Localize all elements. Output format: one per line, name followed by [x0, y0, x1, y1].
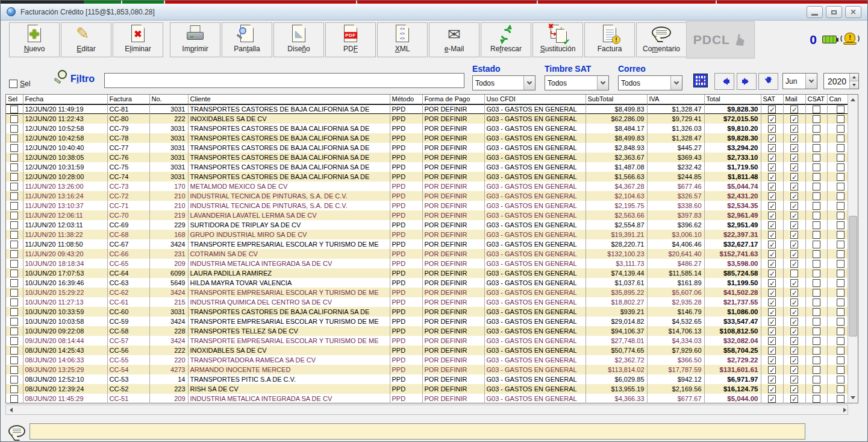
mail-checkbox[interactable]	[790, 337, 798, 345]
csat-checkbox[interactable]	[813, 289, 820, 297]
table-row[interactable]: 11/JUN/20 13:16:24CC-72210INDUSTRIAL TEC…	[6, 191, 854, 201]
csat-checkbox[interactable]	[813, 279, 820, 287]
sat-checkbox[interactable]	[768, 144, 776, 152]
csat-checkbox[interactable]	[813, 163, 820, 171]
sat-checkbox[interactable]	[768, 327, 776, 335]
csat-checkbox[interactable]	[813, 356, 820, 364]
csat-checkbox[interactable]	[813, 298, 820, 306]
can-checkbox[interactable]	[837, 356, 845, 364]
mail-checkbox[interactable]	[790, 376, 798, 384]
row-select-checkbox[interactable]	[10, 231, 18, 239]
comment-field[interactable]	[30, 423, 805, 440]
email-button[interactable]: ✉e-Mail	[429, 22, 479, 57]
year-up-button[interactable]	[850, 74, 858, 81]
row-select-checkbox[interactable]	[10, 347, 18, 355]
refrescar-button[interactable]: Refrescar	[481, 22, 531, 57]
csat-checkbox[interactable]	[813, 231, 820, 239]
row-select-checkbox[interactable]	[10, 318, 18, 326]
chevron-down-icon[interactable]	[523, 76, 535, 90]
table-row[interactable]: 11/JUN/20 12:06:11CC-70219LAVANDERIA LAV…	[6, 210, 854, 220]
sustitucion-button[interactable]: ✖↪✔Sustitución	[532, 22, 583, 57]
can-checkbox[interactable]	[837, 134, 845, 142]
col-header-metodo[interactable]: Método	[390, 95, 422, 104]
col-header-subtotal[interactable]: SubTotal	[585, 95, 647, 104]
row-select-checkbox[interactable]	[10, 366, 18, 374]
table-row[interactable]: 08/JUN/20 13:25:29CC-544273ARMANDO INOCE…	[6, 365, 854, 374]
sat-checkbox[interactable]	[768, 221, 776, 229]
table-row[interactable]: 11/JUN/20 09:43:20CC-66231COTRAMIN SA DE…	[6, 249, 854, 259]
sat-checkbox[interactable]	[768, 134, 776, 142]
col-header-cliente[interactable]: Cliente	[188, 95, 390, 104]
can-checkbox[interactable]	[837, 154, 845, 162]
sat-checkbox[interactable]	[768, 241, 776, 248]
nuevo-button[interactable]: Nuevo	[9, 22, 60, 57]
mail-checkbox[interactable]	[790, 231, 798, 239]
csat-checkbox[interactable]	[813, 192, 820, 200]
can-checkbox[interactable]	[837, 144, 845, 152]
row-select-checkbox[interactable]	[10, 250, 18, 258]
row-select-checkbox[interactable]	[10, 106, 18, 113]
mail-checkbox[interactable]	[790, 327, 798, 335]
sat-checkbox[interactable]	[768, 125, 776, 133]
col-header-mail[interactable]: Mail	[783, 95, 805, 104]
row-select-checkbox[interactable]	[10, 298, 18, 306]
row-select-checkbox[interactable]	[10, 385, 18, 393]
row-select-checkbox[interactable]	[10, 395, 18, 403]
table-row[interactable]: 08/JUN/20 11:45:29CC-51209INDUSTRIA META…	[6, 394, 854, 403]
mail-checkbox[interactable]	[790, 183, 798, 191]
csat-checkbox[interactable]	[813, 212, 820, 219]
comentario-button[interactable]: Comentario	[636, 22, 687, 57]
sat-checkbox[interactable]	[768, 270, 776, 277]
table-row[interactable]: 10/JUN/20 11:27:13CC-61215INDUSTRIA QUIM…	[6, 297, 854, 307]
vertical-scrollbar-thumb[interactable]	[849, 216, 857, 336]
mail-checkbox[interactable]	[790, 173, 798, 181]
row-select-checkbox[interactable]	[10, 260, 18, 268]
col-header-sat[interactable]: SAT	[761, 95, 783, 104]
col-header-total[interactable]: Total	[704, 95, 761, 104]
table-row[interactable]: 10/JUN/20 10:33:59CC-603031TRANSPORTES C…	[6, 307, 854, 317]
col-header-factura[interactable]: Factura	[107, 95, 149, 104]
csat-checkbox[interactable]	[813, 318, 820, 326]
row-select-checkbox[interactable]	[10, 376, 18, 384]
can-checkbox[interactable]	[837, 337, 845, 345]
mail-checkbox[interactable]	[790, 212, 798, 219]
row-select-checkbox[interactable]	[10, 308, 18, 316]
horizontal-scrollbar[interactable]	[5, 405, 848, 415]
row-select-checkbox[interactable]	[10, 134, 18, 142]
csat-checkbox[interactable]	[813, 395, 820, 403]
row-select-checkbox[interactable]	[10, 125, 18, 133]
table-row[interactable]: 10/JUN/20 10:03:58CC-593424TRANSPORTE EM…	[6, 317, 854, 326]
csat-checkbox[interactable]	[813, 202, 820, 210]
table-row[interactable]: 11/JUN/20 11:38:22CC-68168GRUPO INDUSTRI…	[6, 230, 854, 239]
table-row[interactable]: 10/JUN/20 18:18:34CC-65209INDUSTRIA META…	[6, 259, 854, 268]
row-select-checkbox[interactable]	[10, 115, 18, 123]
table-row[interactable]: 12/JUN/20 10:42:58CC-783031TRANSPORTES C…	[6, 133, 854, 143]
year-spinner[interactable]: 2020	[823, 73, 859, 89]
table-row[interactable]: 11/JUN/20 13:26:00CC-73170METALMOD MEXIC…	[6, 182, 854, 191]
table-row[interactable]: 08/JUN/20 12:52:10CC-5314TRANSPORTES PIT…	[6, 374, 854, 384]
imprimir-button[interactable]: Imprimir	[170, 22, 220, 57]
mail-checkbox[interactable]	[790, 366, 798, 374]
row-select-checkbox[interactable]	[10, 163, 18, 171]
sat-checkbox[interactable]	[768, 337, 776, 345]
table-row[interactable]: 10/JUN/20 16:39:46CC-635649HILDA MAYRA T…	[6, 278, 854, 288]
table-row[interactable]: 11/JUN/20 11:08:50CC-673424TRANSPORTE EM…	[6, 239, 854, 249]
table-row[interactable]: 12/JUN/20 11:49:19CC-813031TRANSPORTES C…	[6, 104, 854, 115]
table-row[interactable]: 08/JUN/20 12:39:24CC-52223RISH SA DE CVP…	[6, 384, 854, 394]
csat-checkbox[interactable]	[813, 134, 820, 142]
sat-checkbox[interactable]	[768, 366, 776, 374]
mail-checkbox[interactable]	[790, 279, 798, 287]
sat-checkbox[interactable]	[768, 318, 776, 326]
table-row[interactable]: 10/JUN/20 17:07:53CC-646099LAURA PADILLA…	[6, 268, 854, 278]
row-select-checkbox[interactable]	[10, 327, 18, 335]
mail-checkbox[interactable]	[790, 115, 798, 123]
diseno-button[interactable]: ◣Diseño	[273, 22, 324, 57]
chevron-down-icon[interactable]	[670, 76, 682, 90]
calendar-icon[interactable]	[693, 74, 708, 87]
table-row[interactable]: 12/JUN/20 10:28:00CC-743031TRANSPORTES C…	[6, 172, 854, 182]
close-button[interactable]: ✕	[845, 6, 861, 18]
mail-checkbox[interactable]	[790, 270, 798, 277]
table-row[interactable]: 12/JUN/20 10:52:58CC-793031TRANSPORTES C…	[6, 124, 854, 133]
mail-checkbox[interactable]	[790, 318, 798, 326]
csat-checkbox[interactable]	[813, 183, 820, 191]
